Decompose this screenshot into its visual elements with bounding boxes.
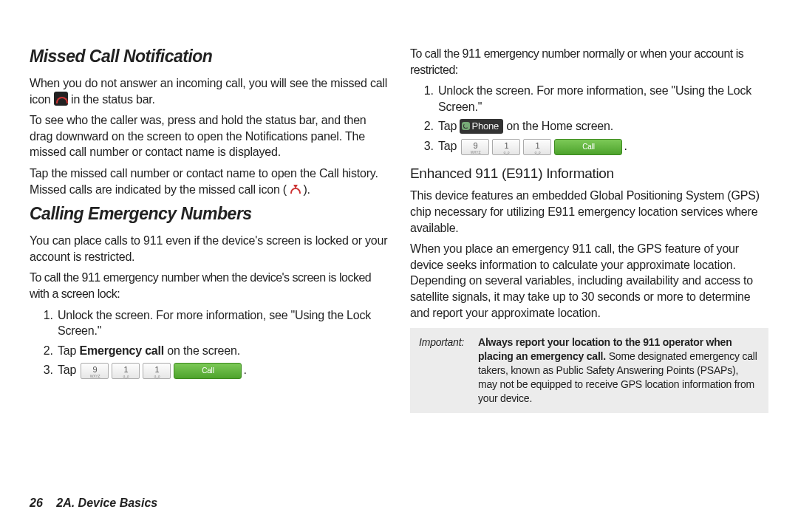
dial-key-9: 9WXYZ xyxy=(461,139,489,155)
missed-call-icon xyxy=(54,92,68,106)
subheading-e911: Enhanced 911 (E911) Information xyxy=(410,164,768,183)
call-button-icon: Call xyxy=(554,139,622,155)
dialpad-911: 9WXYZ 1o_o 1o_o Call xyxy=(81,363,242,379)
lead-normal: To call the 911 emergency number normall… xyxy=(410,46,768,78)
text: on the Home screen. xyxy=(503,120,613,132)
paragraph: Tap the missed call number or contact na… xyxy=(30,166,388,197)
step: Unlock the screen. For more information,… xyxy=(437,83,768,115)
paragraph: This device features an embedded Global … xyxy=(410,188,768,236)
phone-icon xyxy=(462,122,470,130)
heading-emergency-numbers: Calling Emergency Numbers xyxy=(30,202,388,225)
emergency-call-label: Emergency call xyxy=(79,344,164,357)
text: Tap xyxy=(58,344,79,357)
paragraph: You can place calls to 911 even if the d… xyxy=(30,233,388,265)
step: Unlock the screen. For more information,… xyxy=(56,307,388,339)
step: Tap 9WXYZ 1o_o 1o_o Call . xyxy=(56,362,388,379)
steps-locked: Unlock the screen. For more information,… xyxy=(30,307,388,380)
call-button-icon: Call xyxy=(174,363,242,379)
text: Tap the missed call number or contact na… xyxy=(30,167,378,196)
right-column: To call the 911 emergency number normall… xyxy=(410,41,768,413)
step: Tap 9WXYZ 1o_o 1o_o Call . xyxy=(437,138,768,155)
heading-missed-call: Missed Call Notification xyxy=(30,45,388,68)
phone-button-icon: Phone xyxy=(460,119,503,134)
text: Tap xyxy=(438,140,460,152)
page-footer: 26 2A. Device Basics xyxy=(30,495,157,511)
step: Tap Phone on the Home screen. xyxy=(437,118,768,134)
left-column: Missed Call Notification When you do not… xyxy=(30,41,388,413)
paragraph: When you do not answer an incoming call,… xyxy=(30,75,388,107)
dial-key-1: 1o_o xyxy=(492,139,520,155)
important-body: Always report your location to the 911 o… xyxy=(478,335,760,405)
dial-key-1: 1o_o xyxy=(143,363,171,379)
important-note: Important: Always report your location t… xyxy=(410,328,768,412)
important-label: Important: xyxy=(419,335,478,405)
dial-key-9: 9WXYZ xyxy=(81,363,109,379)
text: in the status bar. xyxy=(68,93,155,106)
dialpad-911: 9WXYZ 1o_o 1o_o Call xyxy=(461,139,622,155)
paragraph: To see who the caller was, press and hol… xyxy=(30,112,388,160)
dial-key-1: 1o_o xyxy=(523,139,551,155)
missed-call-small-icon xyxy=(290,185,300,195)
lead-locked: To call the 911 emergency number when th… xyxy=(30,270,388,301)
page-number: 26 xyxy=(30,497,43,509)
step: Tap Emergency call on the screen. xyxy=(56,343,388,359)
paragraph: When you place an emergency 911 call, th… xyxy=(410,241,768,321)
chapter-title: 2A. Device Basics xyxy=(56,497,157,509)
text: Tap xyxy=(58,364,79,376)
text: Tap xyxy=(438,120,460,132)
dial-key-1: 1o_o xyxy=(112,363,140,379)
text: ). xyxy=(300,183,310,196)
text: on the screen. xyxy=(164,344,240,357)
steps-normal: Unlock the screen. For more information,… xyxy=(410,83,768,155)
